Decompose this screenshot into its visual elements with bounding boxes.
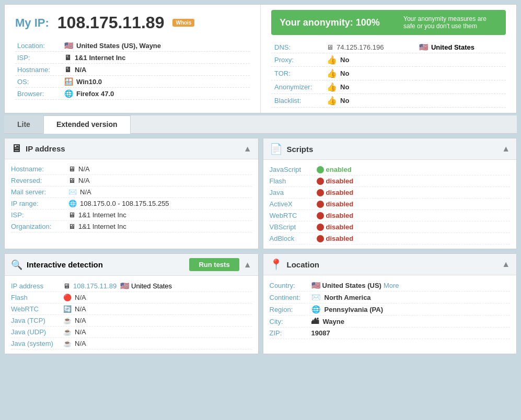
anonymity-note: Your anonymity measures are safe or you …	[403, 15, 497, 30]
loc-region-label: Region:	[270, 306, 311, 313]
location-collapse-btn[interactable]: ▲	[502, 260, 510, 269]
ip-address-collapse-btn[interactable]: ▲	[244, 144, 252, 154]
detection-webrtc-value: N/A	[75, 305, 86, 313]
dns-flag-icon: 🇺🇸	[419, 43, 428, 51]
ip-range-value: 108.175.0.0 - 108.175.15.255	[80, 200, 169, 207]
more-link[interactable]: More	[384, 282, 399, 289]
detection-webrtc-row: WebRTC 🔄 N/A	[11, 304, 252, 315]
tab-lite[interactable]: Lite	[4, 115, 43, 133]
isp-value: 🖥 1&1 Internet Inc	[62, 52, 250, 64]
loc-country-value: 🇺🇸 United States (US) More	[311, 281, 399, 289]
detection-java-tcp-row: Java (TCP) ☕ N/A	[11, 315, 252, 326]
detection-java-udp-icon: ☕	[63, 328, 72, 336]
ip-reversed-row: Reversed: 🖥 N/A	[11, 175, 252, 186]
scripts-panel-title: 📄 Scripts	[270, 143, 314, 155]
adblock-label: AdBlock	[270, 235, 317, 242]
my-ip-label: My IP:	[15, 16, 49, 30]
detection-ip-label: IP address	[11, 282, 63, 290]
detection-collapse-btn[interactable]: ▲	[244, 260, 252, 270]
run-tests-button[interactable]: Run tests	[189, 258, 239, 271]
java-status: disabled	[326, 189, 354, 196]
dns-country-cell: 🇺🇸 United States	[416, 41, 506, 53]
ip-org-label: Organization:	[11, 223, 68, 230]
tor-thumb-icon: 👍	[327, 68, 337, 78]
location-panel-body: Country: 🇺🇸 United States (US) More Cont…	[263, 275, 517, 343]
detection-ip-country: United States	[131, 282, 172, 290]
ip-mail-server-value: N/A	[80, 188, 91, 196]
ip-range-row: IP range: 🌐 108.175.0.0 - 108.175.15.255	[11, 198, 252, 209]
detection-flash-label: Flash	[11, 294, 63, 301]
detection-java-udp-row: Java (UDP) ☕ N/A	[11, 326, 252, 338]
vbscript-status-icon	[317, 224, 324, 231]
location-panel-title: 📍 Location	[270, 258, 320, 271]
os-label: OS:	[15, 76, 62, 88]
detection-flash-value: N/A	[75, 294, 86, 301]
vbscript-status: disabled	[326, 223, 354, 231]
ip-isp-label: ISP:	[11, 211, 68, 219]
activex-status: disabled	[326, 200, 354, 208]
scripts-panel-body: JavaScript enabled Flash disabled Java d…	[263, 160, 517, 249]
detection-webrtc-icon: 🔄	[63, 305, 72, 313]
isp-label: ISP:	[15, 52, 62, 64]
blacklist-thumb-icon: 👍	[327, 96, 337, 106]
ip-address-panel-header: 🖥 IP address ▲	[5, 138, 258, 159]
location-panel: 📍 Location ▲ Country: 🇺🇸 United States (…	[263, 253, 517, 354]
location-value: 🇺🇸 United States (US), Wayne	[62, 40, 250, 52]
anonymity-label: Your anonymity: 100%	[280, 17, 403, 28]
scripts-panel: 📄 Scripts ▲ JavaScript enabled Flash dis…	[263, 138, 517, 249]
vbscript-label: VBScript	[270, 223, 317, 231]
activex-status-icon	[317, 201, 324, 208]
dns-icon: 🖥	[327, 43, 333, 51]
dns-label: DNS:	[271, 41, 323, 53]
ip-address-panel: 🖥 IP address ▲ Hostname: 🖥 N/A Reversed:…	[4, 138, 259, 249]
proxy-label: Proxy:	[271, 53, 323, 67]
ip-isp-row: ISP: 🖥 1&1 Internet Inc	[11, 209, 252, 221]
detection-icon: 🔍	[11, 259, 22, 271]
java-status-icon	[317, 189, 324, 196]
detection-java-tcp-icon: ☕	[63, 317, 72, 324]
adblock-row: AdBlock disabled	[270, 233, 511, 244]
detection-flash-icon: 🔴	[63, 294, 72, 301]
detection-java-system-value: N/A	[75, 340, 86, 347]
activex-row: ActiveX disabled	[270, 199, 511, 210]
java-label: Java	[270, 189, 317, 196]
ip-mail-server-row: Mail server: ✉️ N/A	[11, 186, 252, 198]
detection-java-udp-value: N/A	[75, 328, 86, 336]
loc-flag-icon: 🇺🇸	[311, 281, 320, 289]
activex-label: ActiveX	[270, 200, 317, 208]
detection-webrtc-label: WebRTC	[11, 305, 63, 313]
hostname-icon: 🖥	[64, 65, 72, 74]
location-panel-icon: 📍	[270, 258, 283, 271]
ip-isp-value: 1&1 Internet Inc	[78, 211, 126, 219]
loc-city-label: City:	[270, 318, 311, 325]
scripts-collapse-btn[interactable]: ▲	[502, 144, 510, 154]
loc-zip-value: 19087	[311, 329, 330, 337]
security-table: DNS: 🖥 74.125.176.196 🇺🇸 United States	[271, 41, 506, 108]
ip-hostname-value: N/A	[78, 165, 90, 173]
location-panel-header: 📍 Location ▲	[263, 254, 517, 275]
loc-country-row: Country: 🇺🇸 United States (US) More	[270, 279, 511, 291]
detection-java-system-row: Java (system) ☕ N/A	[11, 338, 252, 349]
hostname-label: Hostname:	[15, 64, 62, 76]
location-label: Location:	[15, 40, 62, 52]
us-flag-icon: 🇺🇸	[64, 41, 73, 50]
loc-region-value: 🌐 Pennsylvania (PA)	[311, 305, 383, 313]
ip-hostname-label: Hostname:	[11, 165, 68, 173]
scripts-panel-icon: 📄	[270, 143, 283, 155]
hostname-value: 🖥 N/A	[62, 64, 250, 76]
ip-address-panel-body: Hostname: 🖥 N/A Reversed: 🖥 N/A Mail ser…	[5, 159, 258, 237]
tab-extended[interactable]: Extended version	[43, 115, 131, 134]
detection-title: 🔍 Interactive detection	[11, 259, 103, 271]
ip-range-icon: 🌐	[68, 200, 77, 207]
blacklist-value: 👍 No	[323, 94, 506, 108]
detection-java-tcp-value: N/A	[75, 317, 86, 324]
detection-panel-body: IP address 🖥 108.175.11.89 🇺🇸 United Sta…	[5, 276, 258, 354]
whois-badge[interactable]: Whois	[172, 19, 194, 27]
os-value: 🪟 Win10.0	[62, 76, 250, 88]
javascript-row: JavaScript enabled	[270, 164, 511, 176]
scripts-panel-header: 📄 Scripts ▲	[263, 138, 517, 160]
loc-continent-label: Continent:	[270, 294, 311, 301]
dns-ip: 🖥 74.125.176.196	[323, 41, 416, 53]
detection-ip-value[interactable]: 108.175.11.89	[73, 282, 117, 290]
ip-org-value: 1&1 Internet Inc	[78, 223, 126, 230]
